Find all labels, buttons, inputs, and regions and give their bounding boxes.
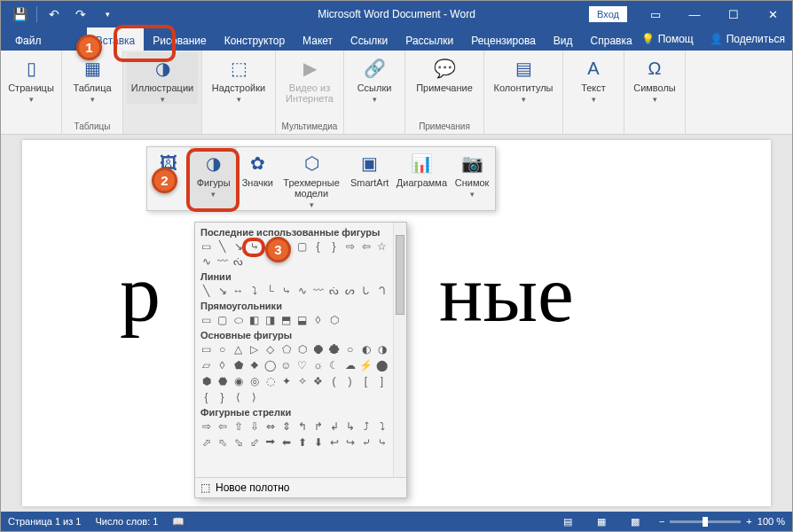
shape-item[interactable]: ╲: [199, 283, 214, 298]
shape-freeform[interactable]: 〰: [215, 254, 230, 269]
tell-me[interactable]: Помощ: [658, 33, 694, 45]
shape-item[interactable]: ⬀: [199, 434, 214, 450]
shape-item[interactable]: ▱: [199, 357, 214, 372]
share-button[interactable]: Поделиться: [726, 33, 785, 45]
shape-item[interactable]: ᔕ: [342, 283, 357, 298]
shape-item[interactable]: ○: [342, 341, 357, 356]
shape-item[interactable]: △: [231, 341, 246, 356]
new-canvas-item[interactable]: ⬚ Новое полотно: [195, 477, 406, 497]
shape-item[interactable]: ⇩: [247, 419, 262, 434]
shape-item[interactable]: ◌: [263, 373, 278, 388]
shape-item[interactable]: ◇: [263, 341, 278, 356]
table-button[interactable]: ▦ Таблица▾: [66, 52, 119, 104]
header-footer-button[interactable]: ▤ Колонтитулы▾: [488, 52, 559, 104]
shapes-button[interactable]: ◑ Фигуры▾: [190, 147, 238, 210]
shape-item[interactable]: ⬒: [279, 312, 294, 327]
shape-scribble[interactable]: ᔔ: [231, 254, 246, 269]
shape-item[interactable]: ⤶: [358, 434, 373, 450]
zoom-slider[interactable]: [670, 520, 741, 523]
shape-item[interactable]: ↳: [342, 419, 357, 434]
shape-item[interactable]: ✦: [279, 373, 294, 388]
shape-item[interactable]: ↲: [326, 419, 342, 434]
shape-item[interactable]: ): [342, 373, 357, 388]
shape-line[interactable]: ╲: [215, 239, 230, 254]
text-button[interactable]: A Текст▾: [567, 52, 620, 104]
shape-item[interactable]: ♡: [294, 357, 310, 372]
comment-button[interactable]: 💬 Примечание: [409, 52, 480, 93]
login-button[interactable]: Вход: [589, 6, 627, 22]
qat-customize-icon[interactable]: ▾: [96, 3, 119, 26]
illustrations-button[interactable]: ◑ Иллюстрации▾: [127, 52, 198, 104]
shape-item[interactable]: ◑: [374, 341, 389, 356]
shape-item[interactable]: ⬇: [310, 434, 326, 450]
shape-item[interactable]: ⬤: [374, 357, 389, 372]
shape-item[interactable]: ⤷: [374, 434, 389, 450]
shape-item[interactable]: ⬆: [294, 434, 310, 450]
shape-item[interactable]: ⬁: [215, 434, 230, 450]
shape-item[interactable]: ◊: [310, 312, 326, 327]
shape-item[interactable]: ☺: [279, 357, 294, 372]
shape-item[interactable]: ⤷: [279, 283, 294, 298]
links-button[interactable]: 🔗 Ссылки▾: [348, 52, 401, 104]
chart-button[interactable]: 📊 Диаграмма: [395, 147, 450, 210]
symbols-button[interactable]: Ω Символы▾: [628, 52, 681, 104]
shape-item[interactable]: ⬡: [294, 341, 310, 356]
shape-item[interactable]: ⬓: [294, 312, 310, 327]
save-icon[interactable]: 💾: [8, 3, 31, 26]
shape-item[interactable]: ◉: [231, 373, 246, 388]
shape-item[interactable]: ⇔: [263, 419, 278, 434]
shape-item[interactable]: ⇕: [279, 419, 294, 434]
shape-item[interactable]: [: [358, 373, 373, 388]
shape-item[interactable]: ⬟: [231, 357, 246, 372]
shape-textbox[interactable]: ▭: [199, 239, 214, 254]
shape-connector[interactable]: ⤷: [247, 239, 262, 254]
undo-icon[interactable]: ↶: [43, 3, 66, 26]
icons-button[interactable]: ✿ Значки: [237, 147, 278, 210]
redo-icon[interactable]: ↷: [69, 3, 92, 26]
shape-item[interactable]: ◧: [247, 312, 262, 327]
shape-arrow-l[interactable]: ⇦: [358, 239, 373, 254]
shape-item[interactable]: ᘂ: [358, 283, 373, 298]
view-print-icon[interactable]: ▦: [592, 516, 611, 528]
shape-item[interactable]: ⇦: [215, 419, 230, 434]
shape-item[interactable]: ᘃ: [374, 283, 389, 298]
pages-button[interactable]: ▯ Страницы▾: [4, 52, 58, 104]
tab-draw[interactable]: Рисование: [144, 27, 215, 51]
shape-item[interactable]: ▭: [199, 341, 214, 356]
shape-item[interactable]: ⯃: [310, 341, 326, 356]
shape-item[interactable]: ↘: [215, 283, 230, 298]
shape-item[interactable]: ⟩: [247, 389, 262, 404]
shape-item[interactable]: ◊: [215, 357, 230, 372]
shape-item[interactable]: ⬣: [215, 373, 230, 388]
shape-item[interactable]: ↱: [310, 419, 326, 434]
shape-item[interactable]: ∿: [294, 283, 310, 298]
shape-item[interactable]: (: [326, 373, 342, 388]
zoom-level[interactable]: 100 %: [758, 516, 785, 527]
shape-item[interactable]: ⬭: [231, 312, 246, 327]
shape-item[interactable]: ↩: [326, 434, 342, 450]
shape-item[interactable]: ◨: [263, 312, 278, 327]
shape-item[interactable]: ↔: [231, 283, 246, 298]
status-wordcount[interactable]: Число слов: 1: [95, 516, 158, 527]
smartart-button[interactable]: ▣ SmartArt: [345, 147, 395, 210]
close-button[interactable]: ✕: [753, 1, 792, 27]
shape-item[interactable]: ◎: [247, 373, 262, 388]
zoom-out-button[interactable]: −: [659, 516, 664, 527]
shape-star[interactable]: ☆: [374, 239, 389, 254]
shape-item[interactable]: ]: [374, 373, 389, 388]
shape-item[interactable]: 〰: [310, 283, 326, 298]
gallery-scrollbar[interactable]: [393, 223, 406, 477]
shape-brace-l[interactable]: {: [310, 239, 326, 254]
shape-item[interactable]: ⤵: [374, 419, 389, 434]
shape-arrow-r[interactable]: ⇨: [342, 239, 357, 254]
shape-item[interactable]: ↪: [342, 434, 357, 450]
shape-item[interactable]: {: [199, 389, 214, 404]
tab-review[interactable]: Рецензирова: [462, 27, 545, 51]
shape-roundrect[interactable]: ▢: [294, 239, 310, 254]
shape-item[interactable]: ◯: [263, 357, 278, 372]
shape-item[interactable]: ☼: [310, 357, 326, 372]
shape-item[interactable]: ▢: [215, 312, 230, 327]
shape-item[interactable]: ○: [215, 341, 230, 356]
shape-curve[interactable]: ∿: [199, 254, 214, 269]
shape-item[interactable]: ⬅: [279, 434, 294, 450]
